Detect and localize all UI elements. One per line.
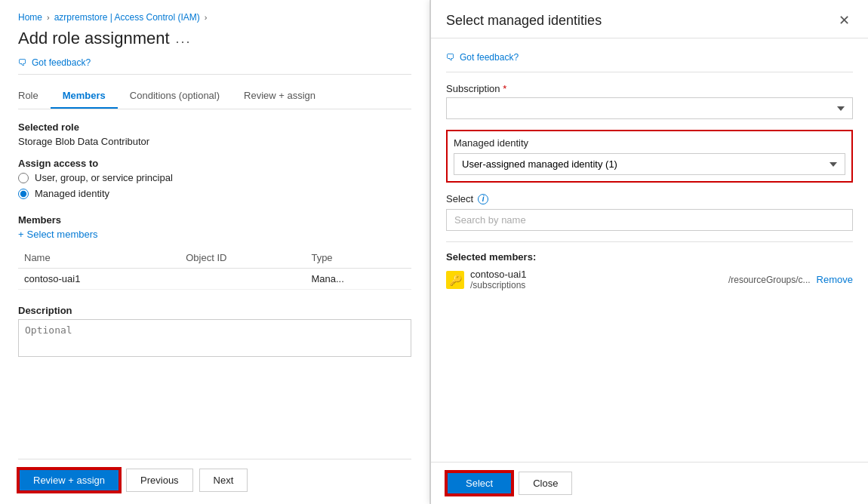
breadcrumb-store[interactable]: azrpremstore | Access Control (IAM) — [54, 12, 200, 23]
panel-body: 🗨 Got feedback? Subscription * Managed i… — [431, 38, 868, 462]
panel-feedback[interactable]: 🗨 Got feedback? — [446, 48, 853, 72]
breadcrumb-sep1: › — [47, 13, 50, 22]
radio-managed-identity-label: Managed identity — [35, 188, 109, 199]
feedback-bar[interactable]: 🗨 Got feedback? — [18, 51, 411, 75]
radio-managed-identity-input[interactable] — [18, 189, 29, 199]
member-key-icon: 🔑 — [446, 271, 464, 289]
breadcrumb: Home › azrpremstore | Access Control (IA… — [18, 12, 411, 23]
selected-members-label: Selected members: — [446, 251, 853, 263]
footer-buttons: Review + assign Previous Next — [18, 459, 411, 492]
selected-role-value: Storage Blob Data Contributor — [18, 136, 411, 147]
add-icon: + — [18, 229, 24, 240]
select-label-row: Select i — [446, 193, 853, 204]
selected-member-info: 🔑 contoso-uai1 /subscriptions — [446, 269, 625, 290]
assign-access-group: User, group, or service principal Manage… — [18, 172, 411, 204]
members-table: Name Object ID Type contoso-uai1 Mana... — [18, 247, 411, 290]
subscription-dropdown[interactable] — [446, 97, 853, 119]
col-name: Name — [18, 247, 180, 269]
managed-identity-label: Managed identity — [454, 137, 845, 149]
breadcrumb-home[interactable]: Home — [18, 12, 42, 23]
previous-button[interactable]: Previous — [126, 469, 193, 492]
member-path: /subscriptions — [470, 280, 526, 290]
member-resource: /resourceGroups/c... — [631, 275, 810, 285]
search-input[interactable] — [446, 209, 853, 231]
description-label: Description — [18, 305, 411, 316]
radio-user-group-input[interactable] — [18, 173, 29, 183]
tab-review[interactable]: Review + assign — [232, 84, 328, 109]
left-panel: Home › azrpremstore | Access Control (IA… — [0, 0, 430, 504]
assign-access-label: Assign access to — [18, 158, 411, 169]
managed-identity-dropdown[interactable]: User-assigned managed identity (1) — [454, 153, 845, 175]
add-members-label: Select members — [27, 229, 98, 240]
close-button[interactable]: ✕ — [836, 12, 853, 29]
right-panel: Select managed identities ✕ 🗨 Got feedba… — [430, 0, 868, 504]
selected-member-row: 🔑 contoso-uai1 /subscriptions /resourceG… — [446, 269, 853, 290]
selected-role-label: Selected role — [18, 121, 411, 133]
panel-footer: Select Close — [431, 462, 868, 504]
panel-header: Select managed identities ✕ — [431, 0, 868, 38]
svg-text:🔑: 🔑 — [449, 274, 463, 287]
subscription-required: * — [503, 83, 506, 94]
col-object-id: Object ID — [180, 247, 305, 269]
review-assign-button[interactable]: Review + assign — [18, 469, 120, 492]
more-options-icon[interactable]: ... — [176, 31, 192, 47]
member-objectid-cell — [180, 269, 305, 290]
col-type: Type — [305, 247, 411, 269]
tab-conditions[interactable]: Conditions (optional) — [118, 84, 232, 109]
radio-managed-identity[interactable]: Managed identity — [18, 188, 411, 199]
members-label: Members — [18, 214, 411, 226]
description-input[interactable] — [18, 319, 411, 357]
radio-user-group[interactable]: User, group, or service principal — [18, 172, 411, 183]
add-members-button[interactable]: + Select members — [18, 229, 411, 240]
selected-members-section: Selected members: 🔑 contoso-uai1 /subscr… — [446, 241, 853, 297]
tab-bar: Role Members Conditions (optional) Revie… — [18, 84, 411, 109]
member-name-cell: contoso-uai1 — [18, 269, 180, 290]
next-button[interactable]: Next — [199, 469, 248, 492]
info-icon: i — [478, 194, 488, 204]
subscription-label: Subscription * — [446, 83, 853, 94]
panel-feedback-icon: 🗨 — [446, 52, 455, 63]
member-type-cell: Mana... — [305, 269, 411, 290]
description-section: Description — [18, 305, 411, 459]
panel-title: Select managed identities — [446, 13, 602, 29]
feedback-icon: 🗨 — [18, 57, 27, 68]
breadcrumb-sep2: › — [205, 13, 208, 22]
select-field-label: Select — [446, 193, 473, 204]
tab-role[interactable]: Role — [18, 84, 51, 109]
panel-close-button[interactable]: Close — [519, 472, 572, 495]
feedback-text[interactable]: Got feedback? — [32, 57, 91, 68]
page-title-container: Add role assignment ... — [18, 29, 411, 48]
member-name: contoso-uai1 — [470, 269, 526, 280]
member-name-path: contoso-uai1 /subscriptions — [470, 269, 526, 290]
managed-identity-group: Managed identity User-assigned managed i… — [446, 130, 853, 183]
radio-user-group-label: User, group, or service principal — [35, 172, 173, 183]
panel-select-button[interactable]: Select — [446, 472, 512, 495]
members-section: Members + Select members Name Object ID … — [18, 214, 411, 290]
table-row: contoso-uai1 Mana... — [18, 269, 411, 290]
panel-feedback-text[interactable]: Got feedback? — [460, 52, 519, 63]
page-title: Add role assignment — [18, 29, 170, 48]
remove-member-button[interactable]: Remove — [817, 274, 853, 285]
tab-members[interactable]: Members — [51, 84, 118, 109]
